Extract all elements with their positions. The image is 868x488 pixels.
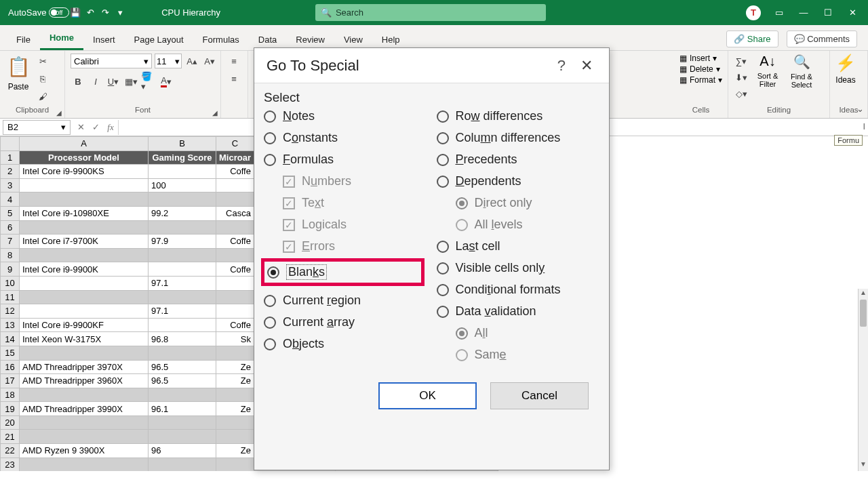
dialog-help-icon[interactable]: ?: [547, 57, 576, 75]
save-icon[interactable]: 💾: [68, 5, 83, 20]
row-header[interactable]: 23: [1, 458, 20, 471]
tab-insert[interactable]: Insert: [83, 29, 125, 50]
cell[interactable]: Sk: [216, 332, 254, 346]
cell[interactable]: [20, 192, 149, 207]
cell[interactable]: Ze: [216, 360, 254, 374]
cell[interactable]: Ze: [216, 444, 254, 458]
row-header[interactable]: 22: [1, 444, 20, 458]
align-left-icon[interactable]: ≡: [226, 71, 241, 86]
option-precedents[interactable]: Precedents: [437, 152, 597, 167]
ideas-button-label[interactable]: Ideas: [835, 75, 855, 85]
option-blanks[interactable]: Blanks: [267, 264, 376, 280]
option-objects[interactable]: Objects: [264, 337, 425, 351]
increase-font-icon[interactable]: A▴: [184, 54, 199, 68]
enter-formula-icon[interactable]: ✓: [88, 120, 103, 135]
cell[interactable]: [216, 346, 254, 360]
cell[interactable]: [216, 415, 254, 430]
sort-filter-icon[interactable]: A↓: [760, 54, 775, 69]
cell[interactable]: [149, 290, 216, 304]
option-visible-cells[interactable]: Visible cells only: [437, 261, 597, 275]
font-color-icon[interactable]: A▾: [159, 74, 174, 89]
cell[interactable]: [20, 415, 149, 430]
cells-delete-button[interactable]: ▦ Delete ▾: [679, 64, 722, 74]
align-top-icon[interactable]: ≡: [226, 54, 241, 68]
cell[interactable]: 97.1: [149, 276, 216, 290]
cell[interactable]: [149, 346, 216, 360]
row-header[interactable]: 10: [1, 276, 20, 290]
row-header[interactable]: 11: [1, 290, 20, 304]
clear-icon[interactable]: ◇▾: [734, 86, 749, 101]
cell[interactable]: Intel Core i7-9700K: [20, 235, 149, 249]
cell[interactable]: [149, 192, 216, 207]
cell[interactable]: [20, 304, 149, 319]
cells-insert-button[interactable]: ▦ Insert ▾: [679, 54, 722, 63]
cell[interactable]: Ze: [216, 402, 254, 416]
cell[interactable]: Ze: [216, 374, 254, 388]
row-header[interactable]: 20: [1, 415, 20, 430]
cell[interactable]: Casca: [216, 206, 254, 220]
cell[interactable]: Intel Core i9-10980XE: [20, 206, 149, 220]
cell[interactable]: [216, 304, 254, 319]
cell[interactable]: [216, 276, 254, 290]
cell[interactable]: [149, 165, 216, 179]
decrease-font-icon[interactable]: A▾: [202, 54, 217, 68]
italic-icon[interactable]: I: [88, 74, 103, 89]
cell[interactable]: [216, 220, 254, 235]
cell[interactable]: [216, 430, 254, 444]
cell[interactable]: AMD Ryzen 9 3900X: [20, 444, 149, 458]
clipboard-launcher-icon[interactable]: ◢: [56, 109, 62, 117]
maximize-icon[interactable]: ☐: [822, 7, 834, 19]
collapse-ribbon-icon[interactable]: ⌄: [856, 104, 864, 114]
select-all-corner[interactable]: [1, 137, 20, 151]
redo-icon[interactable]: ↷: [98, 5, 113, 20]
option-last-cell[interactable]: Last cell: [437, 239, 597, 253]
font-name-combo[interactable]: Calibri▾: [71, 54, 152, 68]
cell[interactable]: [216, 192, 254, 207]
vertical-scrollbar[interactable]: ▲ ▼: [858, 289, 868, 471]
row-header[interactable]: 4: [1, 192, 20, 207]
option-conditional-formats[interactable]: Conditional formats: [437, 283, 597, 297]
fill-color-icon[interactable]: 🪣▾: [141, 74, 156, 89]
cell[interactable]: 96.1: [149, 402, 216, 416]
row-header[interactable]: 5: [1, 206, 20, 220]
cell[interactable]: Intel Core i9-9900KF: [20, 318, 149, 332]
row-header[interactable]: 17: [1, 374, 20, 388]
find-select-label[interactable]: Find & Select: [787, 73, 816, 89]
cell[interactable]: Coffe: [216, 165, 254, 179]
cancel-button[interactable]: Cancel: [490, 382, 589, 409]
cell[interactable]: [216, 458, 254, 471]
option-formulas[interactable]: Formulas: [264, 152, 425, 167]
cell[interactable]: [216, 290, 254, 304]
cell[interactable]: [149, 415, 216, 430]
cells-format-button[interactable]: ▦ Format ▾: [679, 75, 722, 85]
cell[interactable]: AMD Threadripper 3970X: [20, 360, 149, 374]
cell[interactable]: Intel Core i9-9900KS: [20, 165, 149, 179]
scroll-thumb[interactable]: [860, 300, 867, 327]
tab-file[interactable]: File: [7, 29, 40, 50]
user-avatar[interactable]: T: [746, 5, 761, 20]
format-painter-icon[interactable]: 🖌: [35, 89, 50, 104]
cell[interactable]: [149, 262, 216, 277]
cell[interactable]: [20, 220, 149, 235]
cell[interactable]: [216, 178, 254, 192]
paste-icon[interactable]: 📋: [5, 54, 31, 79]
bold-icon[interactable]: B: [71, 74, 85, 89]
cell[interactable]: AMD Threadripper 3960X: [20, 374, 149, 388]
cell[interactable]: 97.1: [149, 304, 216, 319]
cell[interactable]: [20, 276, 149, 290]
copy-icon[interactable]: ⎘: [35, 71, 50, 86]
row-header[interactable]: 2: [1, 165, 20, 179]
cell[interactable]: [149, 430, 216, 444]
row-header[interactable]: 12: [1, 304, 20, 319]
row-header[interactable]: 14: [1, 332, 20, 346]
name-box[interactable]: B2▾: [3, 120, 71, 135]
cell[interactable]: Coffe: [216, 262, 254, 277]
option-notes[interactable]: Notes: [264, 109, 425, 123]
cell[interactable]: [149, 248, 216, 262]
option-constants[interactable]: Constants: [264, 131, 425, 145]
row-header[interactable]: 9: [1, 262, 20, 277]
cell[interactable]: [149, 318, 216, 332]
cell[interactable]: Coffe: [216, 318, 254, 332]
tab-formulas[interactable]: Formulas: [193, 29, 249, 50]
minimize-icon[interactable]: —: [797, 7, 810, 19]
